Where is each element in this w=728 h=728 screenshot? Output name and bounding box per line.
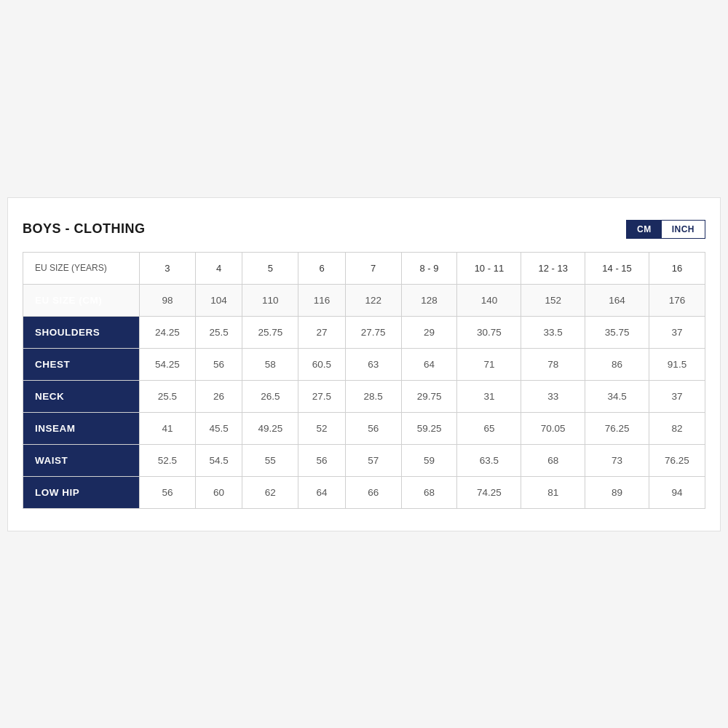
- col-12-13: 12 - 13: [521, 252, 585, 284]
- col-5: 5: [242, 252, 298, 284]
- cell-2-2: 58: [242, 348, 298, 380]
- cell-1-3: 27: [298, 316, 346, 348]
- cell-5-8: 73: [585, 444, 649, 476]
- cell-0-8: 164: [585, 284, 649, 316]
- row-label-chest: CHEST: [23, 348, 140, 380]
- cell-0-0: 98: [140, 284, 196, 316]
- cell-6-3: 64: [298, 476, 346, 508]
- cell-4-6: 65: [457, 412, 521, 444]
- cell-2-6: 71: [457, 348, 521, 380]
- inch-button[interactable]: INCH: [662, 221, 705, 238]
- col-14-15: 14 - 15: [585, 252, 649, 284]
- unit-toggle[interactable]: CM INCH: [626, 220, 705, 239]
- cell-0-1: 104: [195, 284, 242, 316]
- cell-6-1: 60: [195, 476, 242, 508]
- cell-2-0: 54.25: [140, 348, 196, 380]
- row-label-low-hip: LOW HIP: [23, 476, 140, 508]
- cell-5-9: 76.25: [649, 444, 705, 476]
- cell-6-8: 89: [585, 476, 649, 508]
- cell-5-6: 63.5: [457, 444, 521, 476]
- col-10-11: 10 - 11: [457, 252, 521, 284]
- cell-1-6: 30.75: [457, 316, 521, 348]
- cell-5-4: 57: [345, 444, 401, 476]
- cell-2-7: 78: [521, 348, 585, 380]
- cell-0-5: 128: [401, 284, 457, 316]
- col-7: 7: [345, 252, 401, 284]
- cell-4-9: 82: [649, 412, 705, 444]
- cell-2-9: 91.5: [649, 348, 705, 380]
- cell-5-3: 56: [298, 444, 346, 476]
- cell-4-0: 41: [140, 412, 196, 444]
- cell-1-8: 35.75: [585, 316, 649, 348]
- table-row: SHOULDERS24.2525.525.752727.752930.7533.…: [23, 316, 705, 348]
- cell-5-2: 55: [242, 444, 298, 476]
- cell-3-7: 33: [521, 380, 585, 412]
- table-row: NECK25.52626.527.528.529.75313334.537: [23, 380, 705, 412]
- cell-3-6: 31: [457, 380, 521, 412]
- row-label-eu-size-(cm): EU SIZE (CM): [23, 284, 140, 316]
- col-3: 3: [140, 252, 196, 284]
- cell-5-0: 52.5: [140, 444, 196, 476]
- table-row: WAIST52.554.55556575963.5687376.25: [23, 444, 705, 476]
- cell-3-2: 26.5: [242, 380, 298, 412]
- cell-0-9: 176: [649, 284, 705, 316]
- cell-1-5: 29: [401, 316, 457, 348]
- cell-1-9: 37: [649, 316, 705, 348]
- cell-6-9: 94: [649, 476, 705, 508]
- row-label-shoulders: SHOULDERS: [23, 316, 140, 348]
- size-chart-container: BOYS - CLOTHING CM INCH EU SIZE (YEARS) …: [7, 197, 721, 531]
- cell-4-3: 52: [298, 412, 346, 444]
- cell-3-0: 25.5: [140, 380, 196, 412]
- table-body: EU SIZE (CM)9810411011612212814015216417…: [23, 284, 705, 508]
- cell-3-3: 27.5: [298, 380, 346, 412]
- col-4: 4: [195, 252, 242, 284]
- table-row: LOW HIP56606264666874.25818994: [23, 476, 705, 508]
- cell-0-7: 152: [521, 284, 585, 316]
- cell-3-1: 26: [195, 380, 242, 412]
- cell-5-1: 54.5: [195, 444, 242, 476]
- cell-4-2: 49.25: [242, 412, 298, 444]
- cell-0-2: 110: [242, 284, 298, 316]
- cell-5-7: 68: [521, 444, 585, 476]
- size-table: EU SIZE (YEARS) 3 4 5 6 7 8 - 9 10 - 11 …: [23, 252, 705, 509]
- cell-0-6: 140: [457, 284, 521, 316]
- cell-4-8: 76.25: [585, 412, 649, 444]
- cell-4-7: 70.05: [521, 412, 585, 444]
- cell-6-0: 56: [140, 476, 196, 508]
- cell-4-1: 45.5: [195, 412, 242, 444]
- cell-3-8: 34.5: [585, 380, 649, 412]
- cell-2-3: 60.5: [298, 348, 346, 380]
- col-8-9: 8 - 9: [401, 252, 457, 284]
- table-row: INSEAM4145.549.25525659.256570.0576.2582: [23, 412, 705, 444]
- row-label-neck: NECK: [23, 380, 140, 412]
- cell-2-1: 56: [195, 348, 242, 380]
- cell-6-2: 62: [242, 476, 298, 508]
- cell-1-1: 25.5: [195, 316, 242, 348]
- cell-4-5: 59.25: [401, 412, 457, 444]
- cell-3-4: 28.5: [345, 380, 401, 412]
- cell-5-5: 59: [401, 444, 457, 476]
- cell-6-7: 81: [521, 476, 585, 508]
- cell-0-4: 122: [345, 284, 401, 316]
- eu-size-years-header: EU SIZE (YEARS): [23, 252, 140, 284]
- cm-button[interactable]: CM: [627, 221, 662, 238]
- cell-1-0: 24.25: [140, 316, 196, 348]
- column-header-row: EU SIZE (YEARS) 3 4 5 6 7 8 - 9 10 - 11 …: [23, 252, 705, 284]
- table-row: CHEST54.25565860.5636471788691.5: [23, 348, 705, 380]
- cell-6-6: 74.25: [457, 476, 521, 508]
- table-row: EU SIZE (CM)9810411011612212814015216417…: [23, 284, 705, 316]
- chart-title: BOYS - CLOTHING: [23, 221, 146, 237]
- chart-header: BOYS - CLOTHING CM INCH: [23, 220, 705, 239]
- cell-2-8: 86: [585, 348, 649, 380]
- cell-1-2: 25.75: [242, 316, 298, 348]
- row-label-waist: WAIST: [23, 444, 140, 476]
- cell-2-5: 64: [401, 348, 457, 380]
- cell-4-4: 56: [345, 412, 401, 444]
- cell-1-7: 33.5: [521, 316, 585, 348]
- cell-1-4: 27.75: [345, 316, 401, 348]
- cell-3-9: 37: [649, 380, 705, 412]
- cell-3-5: 29.75: [401, 380, 457, 412]
- cell-6-4: 66: [345, 476, 401, 508]
- col-16: 16: [649, 252, 705, 284]
- cell-2-4: 63: [345, 348, 401, 380]
